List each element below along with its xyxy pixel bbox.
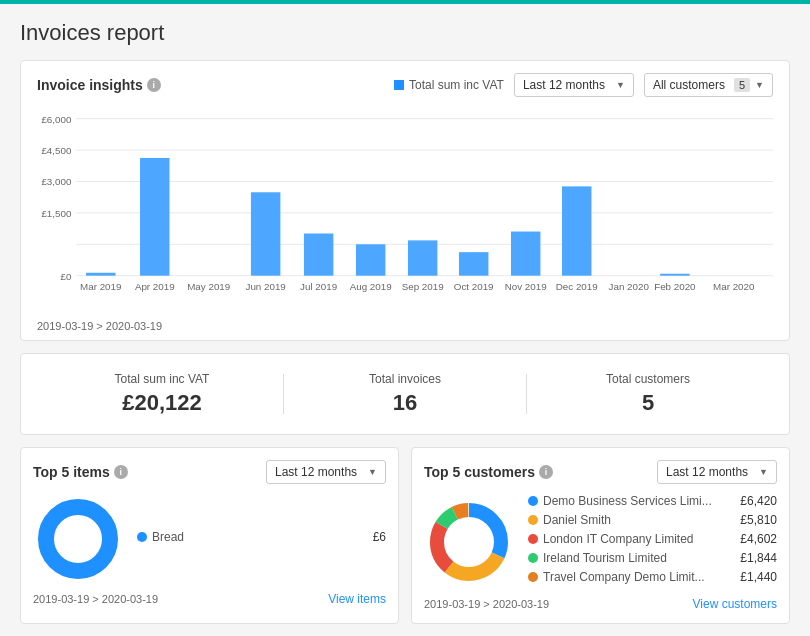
summary-card: Total sum inc VAT £20,122 Total invoices… bbox=[20, 353, 790, 435]
top-items-date-dropdown[interactable]: Last 12 months ▼ bbox=[266, 460, 386, 484]
view-items-link[interactable]: View items bbox=[328, 592, 386, 606]
svg-rect-18 bbox=[304, 233, 333, 275]
bottom-row: Top 5 items i Last 12 months ▼ Bread £6 bbox=[20, 447, 790, 624]
top-customers-title: Top 5 customers i bbox=[424, 464, 553, 480]
date-range-dropdown[interactable]: Last 12 months ▼ bbox=[514, 73, 634, 97]
insights-title: Invoice insights i bbox=[37, 77, 384, 93]
svg-text:£4,500: £4,500 bbox=[41, 145, 72, 156]
svg-text:Oct 2019: Oct 2019 bbox=[454, 281, 494, 292]
svg-text:May 2019: May 2019 bbox=[187, 281, 230, 292]
svg-text:£0: £0 bbox=[60, 271, 71, 282]
chevron-down-icon: ▼ bbox=[368, 467, 377, 477]
customers-donut-area: Demo Business Services Limi... £6,420 Da… bbox=[424, 494, 777, 589]
feedback-section: Feedback on this page? Give us feedback bbox=[20, 624, 790, 636]
items-footer: 2019-03-19 > 2020-03-19 View items bbox=[33, 592, 386, 606]
svg-point-34 bbox=[46, 507, 110, 571]
chart-legend: Total sum inc VAT bbox=[394, 78, 504, 92]
customers-legend: Demo Business Services Limi... £6,420 Da… bbox=[528, 494, 777, 589]
items-donut-svg bbox=[33, 494, 123, 584]
svg-rect-31 bbox=[660, 274, 689, 276]
svg-rect-26 bbox=[511, 232, 540, 276]
customers-dropdown[interactable]: All customers 5 ▼ bbox=[644, 73, 773, 97]
view-customers-link[interactable]: View customers bbox=[693, 597, 777, 611]
customers-legend-item-4: Travel Company Demo Limit... £1,440 bbox=[528, 570, 777, 584]
svg-rect-20 bbox=[356, 244, 385, 275]
summary-vat: Total sum inc VAT £20,122 bbox=[41, 372, 283, 416]
legend-dot-4 bbox=[528, 572, 538, 582]
items-legend: Bread £6 bbox=[137, 530, 386, 549]
customers-legend-item-2: London IT Company Limited £4,602 bbox=[528, 532, 777, 546]
summary-customers: Total customers 5 bbox=[527, 372, 769, 416]
top-customers-card: Top 5 customers i Last 12 months ▼ bbox=[411, 447, 790, 624]
chevron-down-icon: ▼ bbox=[759, 467, 768, 477]
chart-date-range: 2019-03-19 > 2020-03-19 bbox=[21, 318, 789, 340]
summary-invoices: Total invoices 16 bbox=[284, 372, 526, 416]
svg-rect-11 bbox=[86, 273, 115, 276]
svg-text:£6,000: £6,000 bbox=[41, 114, 72, 125]
customers-legend-item-0: Demo Business Services Limi... £6,420 bbox=[528, 494, 777, 508]
svg-text:Dec 2019: Dec 2019 bbox=[556, 281, 598, 292]
top-customers-date-dropdown[interactable]: Last 12 months ▼ bbox=[657, 460, 777, 484]
svg-rect-16 bbox=[251, 192, 280, 275]
top-items-info-icon[interactable]: i bbox=[114, 465, 128, 479]
legend-dot-3 bbox=[528, 553, 538, 563]
customers-footer: 2019-03-19 > 2020-03-19 View customers bbox=[424, 597, 777, 611]
chevron-down-icon: ▼ bbox=[755, 80, 764, 90]
top-items-title: Top 5 items i bbox=[33, 464, 128, 480]
legend-dot-0 bbox=[528, 496, 538, 506]
insights-card: Invoice insights i Total sum inc VAT Las… bbox=[20, 60, 790, 341]
bar-chart-area: £6,000 £4,500 £3,000 £1,500 £0 Mar 2019 … bbox=[21, 97, 789, 318]
svg-text:Apr 2019: Apr 2019 bbox=[135, 281, 175, 292]
svg-text:Mar 2020: Mar 2020 bbox=[713, 281, 755, 292]
svg-text:Jul 2019: Jul 2019 bbox=[300, 281, 337, 292]
items-donut-area: Bread £6 bbox=[33, 494, 386, 584]
svg-text:Aug 2019: Aug 2019 bbox=[350, 281, 392, 292]
top-customers-info-icon[interactable]: i bbox=[539, 465, 553, 479]
svg-text:Jan 2020: Jan 2020 bbox=[609, 281, 650, 292]
svg-text:£3,000: £3,000 bbox=[41, 176, 72, 187]
items-legend-item: Bread £6 bbox=[137, 530, 386, 544]
svg-rect-13 bbox=[140, 158, 169, 276]
legend-dot bbox=[137, 532, 147, 542]
insights-info-icon[interactable]: i bbox=[147, 78, 161, 92]
svg-text:£1,500: £1,500 bbox=[41, 208, 72, 219]
svg-text:Nov 2019: Nov 2019 bbox=[505, 281, 547, 292]
svg-text:Mar 2019: Mar 2019 bbox=[80, 281, 121, 292]
customers-donut-svg bbox=[424, 497, 514, 587]
svg-text:Feb 2020: Feb 2020 bbox=[654, 281, 696, 292]
svg-rect-28 bbox=[562, 186, 591, 275]
chevron-down-icon: ▼ bbox=[616, 80, 625, 90]
page-title: Invoices report bbox=[20, 20, 790, 46]
customers-legend-item-3: Ireland Tourism Limited £1,844 bbox=[528, 551, 777, 565]
bar-chart-svg: £6,000 £4,500 £3,000 £1,500 £0 Mar 2019 … bbox=[37, 107, 773, 307]
svg-text:Sep 2019: Sep 2019 bbox=[402, 281, 444, 292]
svg-rect-22 bbox=[408, 240, 437, 275]
svg-text:Jun 2019: Jun 2019 bbox=[245, 281, 285, 292]
legend-dot-1 bbox=[528, 515, 538, 525]
top-items-card: Top 5 items i Last 12 months ▼ Bread £6 bbox=[20, 447, 399, 624]
legend-dot-2 bbox=[528, 534, 538, 544]
svg-rect-24 bbox=[459, 252, 488, 276]
legend-dot-blue bbox=[394, 80, 404, 90]
customers-legend-item-1: Daniel Smith £5,810 bbox=[528, 513, 777, 527]
